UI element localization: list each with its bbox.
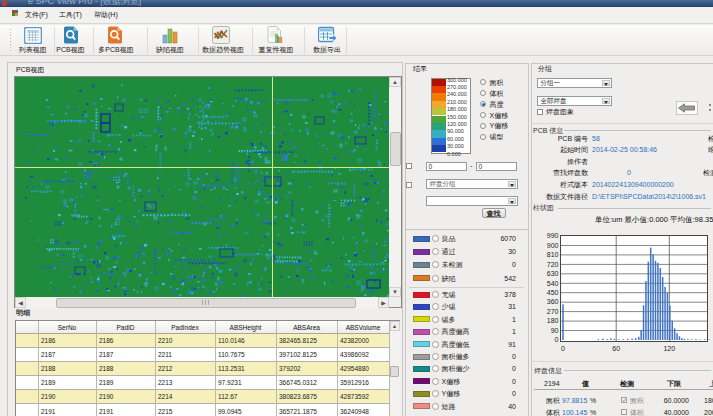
svg-text:0: 0 — [555, 336, 559, 343]
svg-text:120: 120 — [663, 345, 675, 352]
svg-text:720: 720 — [547, 261, 559, 268]
svg-text:60: 60 — [612, 345, 620, 352]
svg-text:540: 540 — [547, 280, 559, 287]
svg-text:450: 450 — [547, 289, 559, 296]
svg-text:90: 90 — [551, 327, 559, 334]
svg-text:810: 810 — [547, 251, 559, 258]
svg-text:990: 990 — [547, 232, 559, 239]
svg-text:270: 270 — [547, 308, 559, 315]
svg-text:900: 900 — [547, 242, 559, 249]
svg-text:0: 0 — [561, 345, 565, 352]
svg-text:630: 630 — [547, 270, 559, 277]
svg-text:360: 360 — [547, 298, 559, 305]
svg-text:180: 180 — [547, 317, 559, 324]
